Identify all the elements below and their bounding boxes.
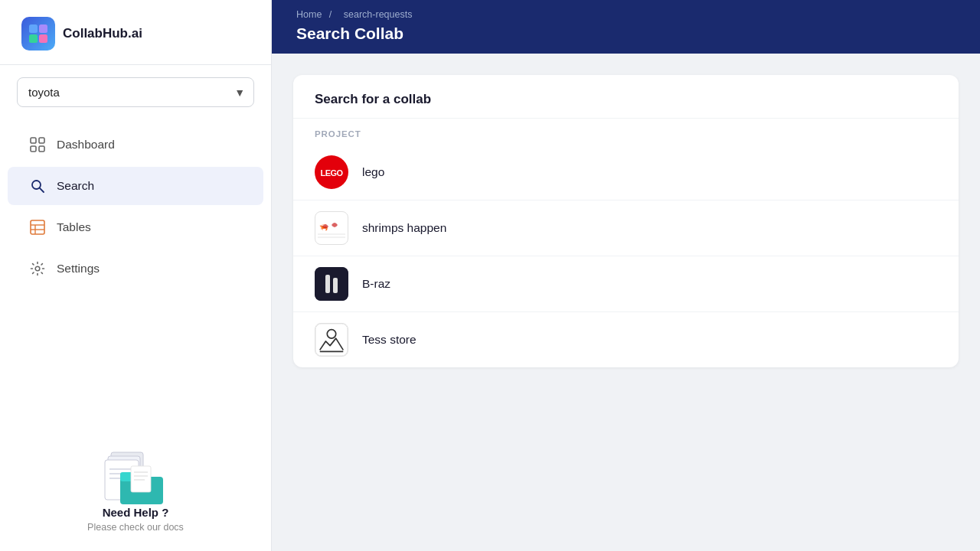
breadcrumb: Home / search-requests bbox=[296, 9, 956, 20]
help-title: Need Help ? bbox=[103, 506, 169, 519]
svg-rect-3 bbox=[39, 34, 47, 43]
shrimps-avatar: 🦐 bbox=[315, 211, 348, 245]
breadcrumb-home[interactable]: Home bbox=[296, 9, 322, 20]
app-name: CollabHub.ai bbox=[63, 26, 142, 41]
project-item-shrimps[interactable]: 🦐 shrimps happen bbox=[293, 201, 959, 256]
app-logo-area: CollabHub.ai bbox=[0, 0, 271, 64]
sidebar-divider bbox=[0, 64, 271, 65]
project-item-lego[interactable]: LEGO lego bbox=[293, 145, 959, 201]
dashboard-icon bbox=[29, 136, 46, 153]
svg-rect-6 bbox=[31, 146, 36, 152]
sidebar-item-settings[interactable]: Settings bbox=[8, 249, 263, 288]
sidebar: CollabHub.ai toyota ▼ Dashboard bbox=[0, 0, 272, 551]
settings-label: Settings bbox=[57, 262, 100, 276]
help-illustration bbox=[97, 445, 174, 506]
project-name-lego: lego bbox=[362, 165, 384, 179]
search-icon bbox=[29, 178, 46, 194]
svg-rect-35 bbox=[333, 278, 338, 293]
main-content: Home / search-requests Search Collab Sea… bbox=[272, 0, 980, 551]
sidebar-item-search[interactable]: Search bbox=[8, 167, 263, 205]
svg-rect-34 bbox=[325, 275, 330, 293]
top-bar: Home / search-requests Search Collab bbox=[272, 0, 980, 54]
svg-rect-5 bbox=[39, 138, 44, 143]
breadcrumb-separator: / bbox=[329, 9, 332, 20]
svg-line-9 bbox=[40, 188, 44, 192]
page-title: Search Collab bbox=[296, 24, 956, 43]
sidebar-help-section: Need Help ? Please check our docs bbox=[0, 429, 271, 551]
org-select[interactable]: toyota bbox=[17, 77, 254, 107]
svg-point-14 bbox=[35, 266, 40, 271]
sidebar-item-dashboard[interactable]: Dashboard bbox=[8, 126, 263, 164]
project-name-tess: Tess store bbox=[362, 333, 416, 347]
content-area: Search for a collab PROJECT LEGO lego bbox=[272, 54, 980, 551]
svg-rect-33 bbox=[315, 267, 348, 301]
search-collab-card: Search for a collab PROJECT LEGO lego bbox=[293, 75, 959, 367]
svg-rect-2 bbox=[29, 34, 38, 43]
dashboard-label: Dashboard bbox=[57, 138, 115, 152]
tables-label: Tables bbox=[57, 220, 91, 234]
project-name-shrimps: shrimps happen bbox=[362, 221, 446, 235]
svg-rect-7 bbox=[39, 146, 44, 152]
tables-icon bbox=[29, 219, 46, 236]
sidebar-item-tables[interactable]: Tables bbox=[8, 208, 263, 246]
project-item-tess[interactable]: Tess store bbox=[293, 312, 959, 367]
svg-rect-1 bbox=[39, 24, 47, 33]
breadcrumb-current: search-requests bbox=[344, 9, 413, 20]
project-name-braz: B-raz bbox=[362, 277, 390, 291]
svg-rect-23 bbox=[131, 466, 151, 492]
help-subtitle: Please check our docs bbox=[87, 522, 184, 533]
lego-avatar: LEGO bbox=[315, 155, 348, 189]
project-item-braz[interactable]: B-raz bbox=[293, 256, 959, 312]
search-label: Search bbox=[57, 179, 94, 193]
svg-rect-10 bbox=[31, 220, 44, 234]
svg-text:LEGO: LEGO bbox=[320, 168, 343, 178]
org-selector-wrapper[interactable]: toyota ▼ bbox=[0, 77, 271, 107]
section-label: PROJECT bbox=[293, 119, 959, 145]
settings-icon bbox=[29, 260, 46, 277]
app-logo-icon bbox=[21, 17, 55, 51]
card-title: Search for a collab bbox=[293, 75, 959, 119]
svg-rect-4 bbox=[31, 138, 36, 143]
svg-rect-0 bbox=[29, 24, 38, 33]
braz-avatar bbox=[315, 267, 348, 301]
tess-avatar bbox=[315, 323, 348, 357]
